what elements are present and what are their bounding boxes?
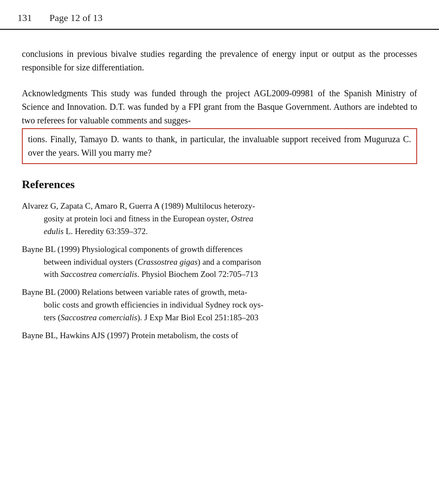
ack-paragraph-before: Acknowledgments This study was funded th… — [22, 87, 417, 127]
ref-continuation-1: gosity at protein loci and fitness in th… — [22, 213, 417, 238]
highlighted-proposal-box: tions. Finally, Tamayo D. wants to thank… — [22, 128, 417, 164]
box-text: tions. Finally, Tamayo D. wants to thank… — [28, 133, 411, 160]
page-number: 131 — [17, 12, 32, 24]
ref-first-line-4: Bayne BL, Hawkins AJS (1997) Protein met… — [22, 329, 417, 342]
acknowledgments-section: Acknowledgments This study was funded th… — [22, 87, 417, 164]
references-heading: References — [22, 178, 417, 191]
reference-item-2: Bayne BL (1999) Physiological components… — [22, 243, 417, 281]
reference-item-1: Alvarez G, Zapata C, Amaro R, Guerra A (… — [22, 200, 417, 238]
page: 131 Page 12 of 13 conclusions in previou… — [0, 0, 439, 504]
page-label: Page 12 of 13 — [49, 12, 103, 24]
ref-first-line-1: Alvarez G, Zapata C, Amaro R, Guerra A (… — [22, 200, 417, 213]
ref-first-line-2: Bayne BL (1999) Physiological components… — [22, 243, 417, 256]
reference-item-4: Bayne BL, Hawkins AJS (1997) Protein met… — [22, 329, 417, 342]
ref-first-line-3: Bayne BL (2000) Relations between variab… — [22, 286, 417, 299]
ack-label: Acknowledgments — [22, 88, 87, 98]
page-header: 131 Page 12 of 13 — [0, 0, 439, 30]
reference-item-3: Bayne BL (2000) Relations between variab… — [22, 286, 417, 324]
page-content: conclusions in previous bivalve studies … — [0, 30, 439, 365]
ref-continuation-2: between individual oysters (Crassostrea … — [22, 256, 417, 281]
ref-continuation-3: bolic costs and growth efficiencies in i… — [22, 299, 417, 324]
intro-paragraph: conclusions in previous bivalve studies … — [22, 47, 417, 74]
